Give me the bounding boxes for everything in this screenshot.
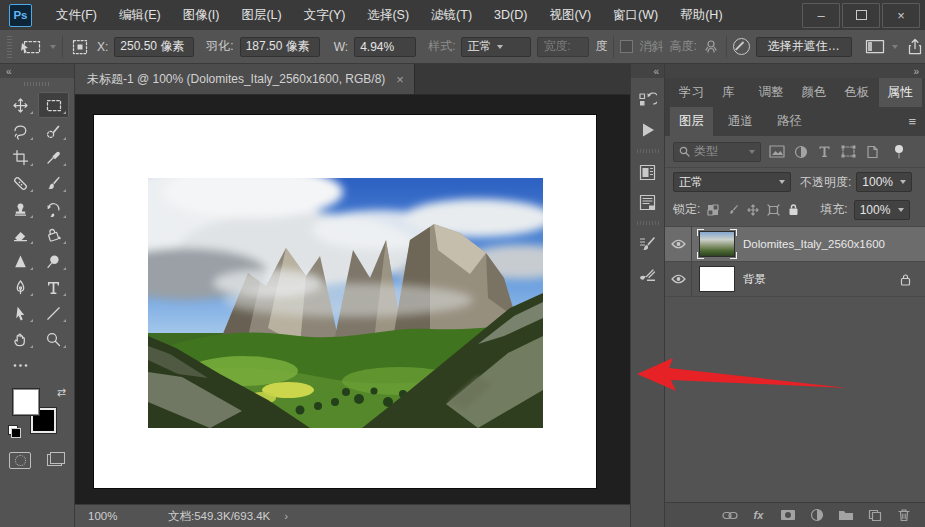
new-layer-icon[interactable] <box>866 507 883 524</box>
rectangular-marquee-tool[interactable] <box>38 92 69 118</box>
feather-input[interactable]: 187.50 像素 <box>240 37 320 57</box>
dock-header[interactable]: « <box>631 64 664 78</box>
menu-view[interactable]: 视图(V) <box>538 0 602 30</box>
filter-smart-objects-icon[interactable] <box>864 143 881 160</box>
eraser-tool[interactable] <box>5 222 36 248</box>
quick-mask-icon[interactable] <box>9 452 31 469</box>
style-dropdown[interactable]: 正常 <box>461 37 531 57</box>
menu-file[interactable]: 文件(F) <box>45 0 108 30</box>
lock-pixels-icon[interactable] <box>726 203 740 217</box>
new-selection-mode-icon[interactable] <box>69 38 91 55</box>
tools-panel-header[interactable]: « <box>0 64 74 78</box>
workspace-caret-icon[interactable] <box>892 45 898 49</box>
tab-adjustments[interactable]: 调整 <box>750 78 793 107</box>
panel-dock-header[interactable]: » <box>665 64 925 78</box>
history-panel-icon[interactable] <box>635 87 661 113</box>
eyedropper-tool[interactable] <box>38 144 69 170</box>
menu-image[interactable]: 图像(I) <box>172 0 231 30</box>
sharpen-tool[interactable] <box>5 248 36 274</box>
filter-type-layers-icon[interactable] <box>816 143 833 160</box>
crop-tool[interactable] <box>5 144 36 170</box>
clone-stamp-tool[interactable] <box>5 196 36 222</box>
tab-layers[interactable]: 图层 <box>670 107 713 136</box>
brushes-panel-icon[interactable] <box>635 261 661 287</box>
layer-row-background[interactable]: 背景 <box>665 262 925 297</box>
status-chevron-icon[interactable]: › <box>284 510 288 522</box>
spot-healing-brush-tool[interactable] <box>5 170 36 196</box>
path-selection-tool[interactable] <box>5 300 36 326</box>
line-tool[interactable] <box>38 300 69 326</box>
share-icon[interactable] <box>904 38 925 55</box>
filter-pixel-layers-icon[interactable] <box>768 143 785 160</box>
quick-selection-tool[interactable] <box>38 118 69 144</box>
visibility-toggle[interactable] <box>665 262 692 296</box>
layer-row-dolomites[interactable]: Dolomites_Italy_2560x1600 <box>665 227 925 262</box>
antialias-checkbox[interactable] <box>620 40 633 53</box>
lock-transparency-icon[interactable] <box>706 203 720 217</box>
tab-learn[interactable]: 学习 <box>670 78 713 107</box>
brush-settings-panel-icon[interactable] <box>635 231 661 257</box>
swap-colors-icon[interactable]: ⇄ <box>57 386 66 399</box>
document-size-info[interactable]: 文档:549.3K/693.4K <box>168 509 270 524</box>
lasso-tool[interactable] <box>5 118 36 144</box>
type-tool[interactable] <box>38 274 69 300</box>
add-layer-mask-icon[interactable] <box>779 507 796 524</box>
tool-preset-icon[interactable] <box>18 38 44 55</box>
menu-edit[interactable]: 编辑(E) <box>108 0 172 30</box>
menu-window[interactable]: 窗口(W) <box>602 0 669 30</box>
move-tool[interactable] <box>5 92 36 118</box>
canvas-viewport[interactable] <box>75 95 630 504</box>
tab-properties[interactable]: 属性 <box>879 78 922 107</box>
filter-type-dropdown[interactable]: 类型 <box>673 142 761 162</box>
minimize-button[interactable]: – <box>802 3 840 28</box>
tool-preset-caret-icon[interactable] <box>50 45 56 49</box>
zoom-tool[interactable] <box>38 326 69 352</box>
tools-panel-grip[interactable] <box>24 82 50 86</box>
lock-all-icon[interactable] <box>786 203 800 217</box>
menu-layer[interactable]: 图层(L) <box>230 0 292 30</box>
layers-menu-icon[interactable]: ≡ <box>899 107 925 136</box>
filter-adjustment-layers-icon[interactable] <box>792 143 809 160</box>
document-tab[interactable]: 未标题-1 @ 100% (Dolomites_Italy_2560x1600,… <box>75 64 415 94</box>
default-colors-icon[interactable] <box>8 425 21 438</box>
layer-name[interactable]: 背景 <box>743 272 766 287</box>
visibility-toggle[interactable] <box>665 227 692 261</box>
hand-tool[interactable] <box>5 326 36 352</box>
paragraph-panel-icon[interactable] <box>635 189 661 215</box>
link-layers-icon[interactable] <box>721 507 738 524</box>
fill-dropdown[interactable]: 100% <box>854 200 910 220</box>
menu-3d[interactable]: 3D(D) <box>483 0 538 30</box>
layer-style-fx-icon[interactable]: fx <box>750 507 767 524</box>
lock-position-icon[interactable] <box>746 203 760 217</box>
zoom-level-field[interactable]: 100% <box>88 510 140 522</box>
screen-mode-icon[interactable] <box>47 452 65 466</box>
layer-thumbnail[interactable] <box>700 267 734 291</box>
layer-name[interactable]: Dolomites_Italy_2560x1600 <box>743 238 885 250</box>
document-close-icon[interactable]: × <box>396 73 404 86</box>
new-group-icon[interactable] <box>837 507 854 524</box>
no-adjustment-icon[interactable] <box>733 38 750 55</box>
filter-toggle-pin-icon[interactable] <box>890 143 907 160</box>
options-bar-grip[interactable] <box>7 36 12 58</box>
blend-mode-dropdown[interactable]: 正常 <box>673 172 791 192</box>
tab-channels[interactable]: 通道 <box>719 107 762 136</box>
lock-artboard-icon[interactable] <box>766 203 780 217</box>
new-adjustment-layer-icon[interactable] <box>808 507 825 524</box>
link-dimensions-icon[interactable] <box>703 38 720 55</box>
layer-list-empty-area[interactable] <box>665 297 925 502</box>
edit-toolbar-icon[interactable] <box>5 352 36 378</box>
panel-menu-icon[interactable]: ≡ <box>922 78 925 107</box>
actions-panel-icon[interactable] <box>635 117 661 143</box>
canvas-page[interactable] <box>94 115 596 488</box>
width-ratio-input[interactable]: 宽度: <box>537 37 589 57</box>
menu-help[interactable]: 帮助(H) <box>669 0 733 30</box>
paint-bucket-tool[interactable] <box>38 222 69 248</box>
menu-select[interactable]: 选择(S) <box>356 0 420 30</box>
tab-swatches[interactable]: 色板 <box>836 78 879 107</box>
tab-libraries[interactable]: 库 <box>713 78 744 107</box>
layer-thumbnail[interactable] <box>700 232 734 256</box>
history-brush-tool[interactable] <box>38 196 69 222</box>
select-and-mask-button[interactable]: 选择并遮住… <box>756 37 852 57</box>
opacity-dropdown[interactable]: 100% <box>856 172 912 192</box>
width-percent-input[interactable]: 4.94% <box>354 37 416 57</box>
